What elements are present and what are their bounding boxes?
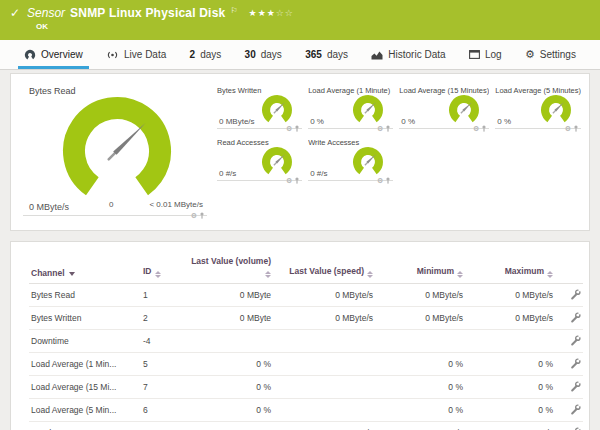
tab-number: 30 — [245, 49, 256, 60]
column-header-channel[interactable]: Channel — [29, 250, 141, 284]
gear-icon[interactable]: ⚙ — [377, 177, 383, 184]
pin-icon[interactable] — [199, 212, 205, 219]
table-row: Load Average (15 Mi...70 %0 %0 % — [29, 376, 583, 399]
channels-table: ChannelIDLast Value (volume)Last Value (… — [29, 250, 583, 430]
tab-label: Historic Data — [388, 49, 445, 60]
tab-label: Live Data — [124, 49, 166, 60]
gauge-icon — [24, 49, 36, 61]
cell-maximum: 0 MByte/s — [465, 284, 555, 307]
cell-minimum: 0 % — [375, 376, 465, 399]
gear-icon[interactable]: ⚙ — [191, 212, 197, 219]
tab-overview[interactable]: Overview — [22, 40, 85, 69]
gauge-needle — [460, 102, 473, 115]
gauge-bytes-read: Bytes Read 0 MByte/s 0 < 0.01 MByte/s ⚙ — [19, 80, 211, 224]
wrench-edit-icon[interactable] — [570, 335, 581, 346]
area-chart-icon — [371, 50, 383, 60]
gear-icon[interactable]: ⚙ — [286, 177, 292, 184]
stars-empty: ☆☆ — [276, 8, 294, 18]
column-header-maximum[interactable]: Maximum — [465, 250, 555, 284]
cell-channel[interactable]: Downtime — [29, 330, 141, 353]
broadcast-icon — [106, 50, 119, 60]
wrench-edit-icon[interactable] — [570, 427, 581, 430]
tab-live-data[interactable]: Live Data — [104, 40, 168, 69]
cell-actions — [555, 422, 583, 430]
gear-icon[interactable]: ⚙ — [473, 125, 479, 132]
cell-channel[interactable]: Read Accesses — [29, 422, 141, 430]
gauge-current-value: 0 #/s — [219, 169, 236, 178]
pin-icon[interactable] — [294, 125, 300, 132]
gear-icon[interactable]: ⚙ — [565, 125, 571, 132]
cell-actions — [555, 376, 583, 399]
wrench-edit-icon[interactable] — [570, 358, 581, 369]
tab-30-days[interactable]: 30days — [243, 40, 284, 69]
cell-actions — [555, 284, 583, 307]
pin-icon[interactable] — [481, 125, 487, 132]
gauge-current-value: 0 % — [497, 117, 511, 126]
column-label: Channel — [31, 268, 65, 278]
column-header-id[interactable]: ID — [141, 250, 181, 284]
tab-number: 365 — [305, 49, 322, 60]
cell-channel[interactable]: Load Average (1 Min... — [29, 353, 141, 376]
cell-id: -4 — [141, 330, 181, 353]
gauge-load-average-15-minutes: Load Average (15 Minutes)0 %⚙ — [399, 86, 489, 133]
cell-channel[interactable]: Load Average (5 Min... — [29, 399, 141, 422]
cell-maximum: 0 % — [465, 376, 555, 399]
tab-number: 2 — [190, 49, 196, 60]
tab-label: Settings — [540, 49, 576, 60]
table-row: Load Average (1 Min...50 %0 %0 % — [29, 353, 583, 376]
column-header-last-value-volume[interactable]: Last Value (volume) — [181, 250, 273, 284]
pin-icon[interactable] — [385, 125, 391, 132]
cell-id: 1 — [141, 284, 181, 307]
wrench-edit-icon[interactable] — [570, 312, 581, 323]
stars-filled: ★★★ — [249, 8, 276, 18]
pin-icon[interactable] — [573, 125, 579, 132]
cell-channel[interactable]: Load Average (15 Mi... — [29, 376, 141, 399]
gauge-current-value: 0 % — [310, 117, 324, 126]
cell-actions — [555, 307, 583, 330]
tab-365-days[interactable]: 365days — [303, 40, 350, 69]
table-row: Bytes Read10 MByte0 MByte/s0 MByte/s0 MB… — [29, 284, 583, 307]
pin-icon[interactable] — [294, 177, 300, 184]
column-header-actions — [555, 250, 583, 284]
cell-id: 3 — [141, 422, 181, 430]
gauge-footer: 0 %⚙ — [308, 116, 393, 129]
tab-2-days[interactable]: 2days — [188, 40, 224, 69]
cell-minimum: 0 % — [375, 399, 465, 422]
tab-log[interactable]: Log — [467, 40, 504, 69]
tab-settings[interactable]: ⚙Settings — [523, 40, 578, 69]
column-header-minimum[interactable]: Minimum — [375, 250, 465, 284]
gear-icon[interactable]: ⚙ — [286, 125, 292, 132]
cell-last_speed — [273, 353, 375, 376]
page-title: SNMP Linux Physical Disk — [70, 6, 225, 20]
pin-icon[interactable] — [385, 177, 391, 184]
gauge-footer: 0 %⚙ — [399, 116, 489, 129]
cell-maximum: 0 % — [465, 399, 555, 422]
wrench-edit-icon[interactable] — [570, 289, 581, 300]
star-rating[interactable]: ★★★☆☆ — [249, 8, 294, 18]
cell-id: 5 — [141, 353, 181, 376]
cell-last_speed — [273, 399, 375, 422]
gauge-needle — [552, 102, 565, 115]
gauge-load-average-1-minute: Load Average (1 Minute)0 %⚙ — [308, 86, 393, 133]
gauge-bytes-written: Bytes Written0 MByte/s⚙ — [217, 86, 302, 133]
tab-label: Log — [485, 49, 502, 60]
column-header-last-value-speed[interactable]: Last Value (speed) — [273, 250, 375, 284]
cell-channel[interactable]: Bytes Written — [29, 307, 141, 330]
cell-channel[interactable]: Bytes Read — [29, 284, 141, 307]
small-gauges-grid: Bytes Written0 MByte/s⚙Load Average (1 M… — [217, 86, 581, 224]
gauge-scale: 0 MByte/s 0 < 0.01 MByte/s ⚙ — [23, 198, 207, 216]
table-row: Load Average (5 Min...60 %0 %0 % — [29, 399, 583, 422]
wrench-edit-icon[interactable] — [570, 404, 581, 415]
gauge-needle — [273, 102, 286, 115]
wrench-edit-icon[interactable] — [570, 381, 581, 392]
tab-historic-data[interactable]: Historic Data — [369, 40, 447, 69]
cell-last_speed: 0 MByte/s — [273, 307, 375, 330]
table-row: Bytes Written20 MByte0 MByte/s0 MByte/s0… — [29, 307, 583, 330]
gauge-footer: 0 #/s⚙ — [308, 168, 393, 181]
cell-last_speed — [273, 330, 375, 353]
flag-icon[interactable]: ⚐ — [230, 6, 237, 15]
gauge-scale-min: 0 — [109, 200, 113, 209]
gear-icon[interactable]: ⚙ — [377, 125, 383, 132]
column-label: Last Value (speed) — [289, 266, 364, 276]
table-row: Read Accesses30 #0 #/s0 #/s0 #/s — [29, 422, 583, 430]
